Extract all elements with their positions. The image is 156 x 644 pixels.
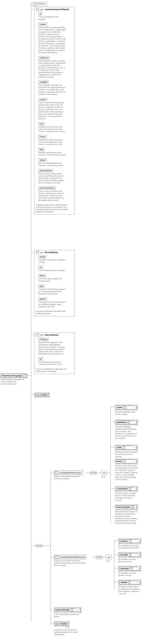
group-label: ConceptRelationshipsGroup: [59, 556, 85, 558]
root-desc: Flexible person data type for both contr…: [1, 378, 26, 385]
attribute-type: typeThe type of the concept assigned as …: [38, 284, 73, 295]
attr-name: creator: [38, 23, 47, 26]
attr-desc: The type of the concept assigned as cont…: [38, 301, 66, 308]
expand-icon[interactable]: +: [123, 460, 125, 463]
cardinality: 0..∞: [102, 476, 105, 478]
element-desc: An identifier of a more generic concept.: [118, 558, 141, 563]
concept-definition-group: − ConceptDefinitionGroup A group of prop…: [54, 471, 83, 480]
expand-icon[interactable]: +: [122, 446, 125, 449]
attr-name: how: [38, 122, 45, 126]
attr-name: type: [38, 284, 45, 288]
attr-desc: Why the metadata has been included - exp…: [38, 162, 66, 167]
attributes-label: attributes: [37, 2, 46, 5]
expand-icon[interactable]: +: [129, 540, 132, 542]
expand-icon[interactable]: +: [130, 568, 133, 570]
element-label: sameAs: [120, 540, 128, 542]
attribute-modified: modifiedThe date (and, optionally, the t…: [38, 80, 73, 96]
expand-icon[interactable]: +: [127, 421, 130, 424]
attr-name: why: [38, 148, 44, 151]
grp-title: flexAttributes: [45, 251, 58, 254]
attr-name: howuri: [38, 135, 47, 138]
attr-name: xml:lang: [38, 338, 49, 341]
element-desc: Extension point for provider-defined pro…: [54, 629, 82, 636]
attribute-pubconstraint: pubconstraintOne or many constraints tha…: [38, 169, 73, 184]
attr-desc: A qualified code which identifies a conc…: [38, 259, 66, 264]
attr-desc: Indicates by which means the value was e…: [38, 139, 66, 146]
expand-icon[interactable]: +: [124, 406, 126, 409]
attr-desc: Specifies the language of this property …: [38, 341, 66, 355]
expand-icon[interactable]: +: [131, 506, 134, 508]
element-label: name: [117, 406, 123, 409]
attr-name: dir: [38, 358, 43, 361]
attribute-creator: creatorIf the element is empty, specifie…: [38, 23, 73, 54]
expand-icon[interactable]: −: [55, 471, 58, 474]
attr-name: creatoruri: [38, 56, 49, 60]
sequence-connector: [90, 471, 97, 475]
attribute-pubconstrainturi: pubconstrainturiOne or many constraints …: [38, 186, 73, 202]
element-label: narrower: [120, 568, 129, 570]
grp-flexAttributes: − grp flexAttributes qcodeA qualified co…: [35, 250, 75, 316]
sequence-connector: [96, 556, 102, 559]
choice-connector: [101, 470, 107, 476]
group-desc: A group of properties required to indica…: [54, 560, 86, 566]
expand-icon[interactable]: +: [71, 609, 73, 611]
doc-icon: [138, 552, 140, 555]
expand-icon[interactable]: −: [55, 556, 58, 558]
grp-label: grp: [40, 334, 43, 336]
element-label: hierarchyInfo: [117, 506, 130, 508]
choice-connector: [106, 554, 111, 560]
attr-desc: One or many constraints that apply to pu…: [38, 173, 66, 184]
concept-relationships-group: − ConceptRelationshipsGroup A group of p…: [54, 555, 86, 566]
expand-icon[interactable]: +: [128, 581, 131, 584]
group-label: ConceptDefinitionGroup: [59, 472, 81, 474]
attr-name: custom: [38, 98, 47, 101]
doc-icon: [135, 420, 137, 423]
attribute-qcode: qcodeA qualified code which identifies a…: [38, 255, 73, 264]
any-ns: ##other: [60, 623, 67, 625]
element-desc: An identifier of a more specific concept…: [118, 572, 141, 576]
attr-desc: Indicates by which means the value was e…: [38, 126, 66, 133]
doc-icon: [76, 608, 79, 610]
grp-footer: A group of attributes for all elements o…: [36, 204, 68, 213]
grp-label: grp: [40, 8, 43, 10]
grp-i18nAttributes: − grp i18nAttributes xml:langSpecifies t…: [35, 332, 75, 374]
cardinality: 0..∞: [106, 560, 110, 562]
group-desc: A group of properties required to define…: [54, 475, 83, 480]
attribute-whyuri: whyuriWhy the metadata has been included…: [38, 158, 73, 167]
attribute-dir: dirThe directionality of textual content…: [38, 358, 73, 366]
expand-icon[interactable]: +: [129, 488, 131, 490]
doc-icon: [138, 566, 140, 569]
attr-desc: The type of the concept assigned as cont…: [38, 288, 66, 295]
expand-icon[interactable]: −: [36, 251, 39, 254]
any-ns: ##other: [40, 394, 48, 396]
attribute-how: howIndicates by which means the value wa…: [38, 122, 73, 133]
attr-name: pubconstrainturi: [38, 186, 55, 190]
attr-name: id: [38, 12, 42, 15]
element-desc: A set of properties specific to a person: [54, 613, 82, 618]
attr-desc: If the element is empty, specifies which…: [38, 26, 66, 54]
attribute-creatoruri: creatoruriIf the attribute is empty, spe…: [38, 56, 73, 78]
element-label: definition: [117, 421, 127, 424]
expand-icon[interactable]: −: [36, 334, 39, 336]
doc-icon: [135, 405, 137, 408]
element-desc: A link to an item or a web resource whic…: [115, 492, 138, 502]
attribute-uri: uriA URI which identifies a concept.: [38, 266, 73, 272]
any-attribute: any ##other: [35, 392, 50, 398]
element-desc: In NAR 1.8 and later, facet is deprecate…: [115, 465, 138, 481]
expand-icon[interactable]: −: [23, 374, 26, 377]
sequence-connector: [36, 544, 43, 548]
element-desc: A natural language name for the concept.: [115, 411, 138, 416]
doc-icon: [138, 539, 140, 542]
attribute-xml-lang: xml:langSpecifies the language of this p…: [38, 338, 73, 355]
element-desc: Additional natural language information …: [115, 451, 138, 458]
expand-icon[interactable]: −: [36, 8, 39, 11]
doc-icon: [138, 580, 140, 583]
element-label: facet: [117, 460, 122, 463]
attr-desc: The directionality of textual content (e…: [38, 361, 66, 366]
attribute-typeuri: typeuriThe type of the concept assigned …: [38, 297, 73, 308]
any-label: any: [36, 394, 40, 396]
attr-name: whyuri: [38, 158, 47, 162]
expand-icon[interactable]: −: [34, 3, 37, 6]
attr-desc: A free-text value assigned as property v…: [38, 278, 66, 282]
expand-icon[interactable]: +: [129, 554, 132, 556]
